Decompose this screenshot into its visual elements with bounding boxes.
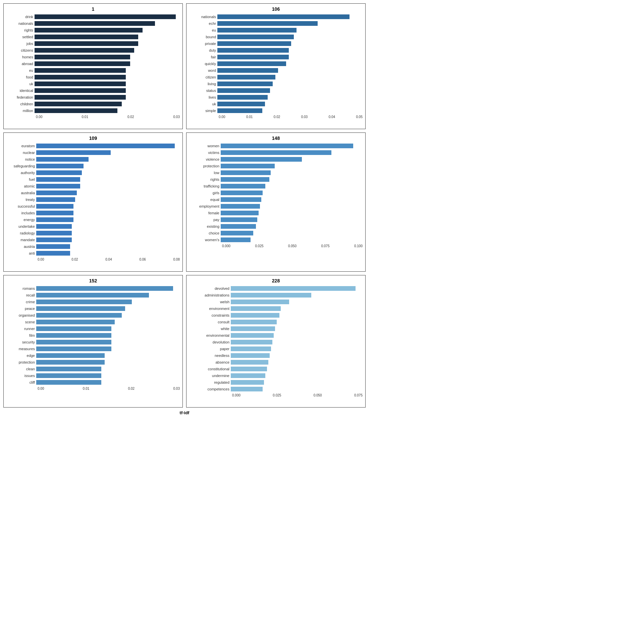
bar-label: undermine bbox=[189, 374, 229, 378]
bar-row: successful bbox=[6, 203, 180, 209]
bar-row: undermine bbox=[189, 373, 363, 379]
bar-track bbox=[35, 61, 180, 66]
bar-track bbox=[221, 170, 363, 175]
bar-track bbox=[221, 184, 363, 189]
bar-track bbox=[217, 102, 363, 106]
bar-track bbox=[36, 177, 180, 182]
bar-label: euratom bbox=[6, 144, 35, 148]
bar-label: competences bbox=[189, 387, 229, 391]
x-tick: 0.025 bbox=[255, 244, 263, 248]
bar-track bbox=[36, 293, 180, 298]
bar-track bbox=[36, 373, 180, 378]
x-tick: 0.075 bbox=[321, 244, 329, 248]
bar-row: security bbox=[6, 339, 180, 345]
bar-fill bbox=[35, 82, 126, 86]
x-tick: 0.01 bbox=[82, 115, 88, 119]
bar-fill bbox=[217, 14, 350, 19]
bar-row: absence bbox=[189, 359, 363, 365]
bar-track bbox=[36, 333, 180, 338]
bar-track bbox=[36, 170, 180, 175]
bar-fill bbox=[217, 88, 270, 93]
bar-row: euratom bbox=[6, 143, 180, 149]
bar-track bbox=[217, 108, 363, 113]
bar-row: constraints bbox=[189, 312, 363, 318]
bar-track bbox=[36, 197, 180, 202]
bar-fill bbox=[36, 367, 101, 371]
bar-row: federation bbox=[6, 94, 180, 100]
bar-row: trafficking bbox=[189, 183, 363, 189]
bar-track bbox=[231, 373, 363, 378]
bar-track bbox=[35, 14, 180, 19]
bar-track bbox=[221, 211, 363, 215]
bar-fill bbox=[217, 21, 318, 26]
bar-row: nuclear bbox=[6, 150, 180, 156]
bar-label: eu bbox=[189, 28, 216, 32]
bar-row: environmental bbox=[189, 332, 363, 338]
x-axis-label: tf-idf bbox=[3, 410, 366, 415]
bar-track bbox=[36, 191, 180, 195]
bar-fill bbox=[36, 191, 77, 195]
x-axis: 0.000.020.040.060.08 bbox=[38, 258, 180, 261]
bar-fill bbox=[35, 61, 130, 66]
bar-fill bbox=[217, 68, 278, 73]
bar-row: settled bbox=[6, 34, 180, 40]
bar-label: girls bbox=[189, 191, 219, 195]
bar-fill bbox=[217, 108, 262, 113]
bar-fill bbox=[231, 313, 279, 318]
bar-fill bbox=[35, 102, 122, 106]
bar-label: undertake bbox=[6, 224, 35, 228]
bar-label: organised bbox=[6, 313, 35, 317]
bar-row: quickly bbox=[189, 61, 363, 67]
bar-row: drink bbox=[6, 14, 180, 20]
bar-label: homes bbox=[6, 55, 33, 59]
bar-label: eu bbox=[6, 68, 33, 72]
bar-track bbox=[231, 387, 363, 391]
bar-row: organised bbox=[6, 312, 180, 318]
bar-label: uk bbox=[189, 102, 216, 106]
bar-row: rights bbox=[6, 27, 180, 33]
bar-row: australia bbox=[6, 190, 180, 196]
bar-label: federation bbox=[6, 95, 33, 99]
bar-track bbox=[36, 204, 180, 209]
x-tick: 0.00 bbox=[38, 387, 44, 390]
bar-label: anti bbox=[6, 251, 35, 255]
bar-fill bbox=[231, 346, 271, 351]
bar-track bbox=[36, 224, 180, 229]
bar-row: simple bbox=[189, 108, 363, 114]
x-tick: 0.04 bbox=[105, 258, 112, 261]
bar-track bbox=[36, 231, 180, 235]
bar-row: nationals bbox=[189, 14, 363, 20]
bar-fill bbox=[221, 204, 260, 209]
bar-row: edge bbox=[6, 353, 180, 359]
bar-label: environmental bbox=[189, 333, 229, 337]
bar-fill bbox=[221, 144, 353, 148]
bar-row: film bbox=[6, 332, 180, 338]
bar-label: low bbox=[189, 171, 219, 175]
bar-label: protection bbox=[6, 360, 35, 364]
bar-fill bbox=[231, 387, 263, 391]
bar-track bbox=[36, 306, 180, 311]
bar-row: word bbox=[189, 67, 363, 73]
bar-label: victims bbox=[189, 151, 219, 155]
chart-title-chart228: 228 bbox=[189, 278, 363, 283]
bar-track bbox=[217, 21, 363, 26]
bar-track bbox=[35, 35, 180, 39]
bar-label: issues bbox=[6, 374, 35, 378]
x-tick: 0.01 bbox=[83, 387, 89, 390]
bar-track bbox=[231, 360, 363, 365]
bar-row: crime bbox=[6, 299, 180, 305]
bar-track bbox=[231, 286, 363, 291]
bar-fill bbox=[217, 28, 297, 33]
bar-label: clean bbox=[6, 367, 35, 371]
x-tick: 0.04 bbox=[329, 115, 335, 119]
bar-fill bbox=[217, 95, 268, 100]
chart-title-chart152: 152 bbox=[6, 278, 180, 283]
bar-fill bbox=[221, 184, 265, 189]
bar-fill bbox=[231, 286, 356, 291]
bar-track bbox=[221, 177, 363, 182]
bar-fill bbox=[221, 197, 261, 202]
bar-track bbox=[217, 48, 363, 53]
bar-label: bound bbox=[189, 35, 216, 39]
bar-row: status bbox=[189, 88, 363, 94]
bar-row: consult bbox=[189, 319, 363, 325]
